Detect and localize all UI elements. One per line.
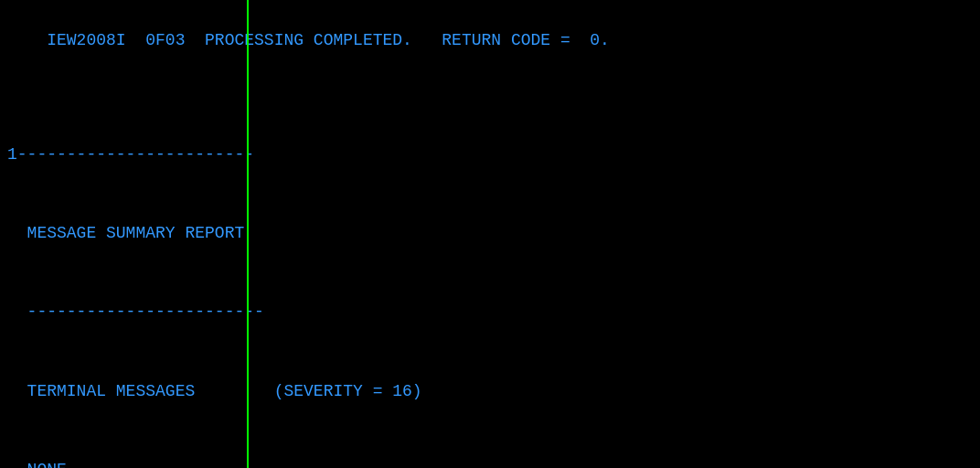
content-line-1: 1------------------------	[7, 142, 973, 168]
content-line-4: TERMINAL MESSAGES (SEVERITY = 16)	[7, 378, 973, 405]
content-area: 1------------------------ MESSAGE SUMMAR…	[0, 81, 980, 468]
content-line-2: MESSAGE SUMMARY REPORT	[7, 220, 973, 247]
terminal-window: IEW2008I 0F03 PROCESSING COMPLETED. RETU…	[0, 0, 980, 468]
vertical-divider	[247, 0, 249, 468]
header-text: IEW2008I 0F03 PROCESSING COMPLETED. RETU…	[47, 31, 610, 49]
header-line: IEW2008I 0F03 PROCESSING COMPLETED. RETU…	[0, 0, 980, 81]
content-line-5: NONE	[7, 457, 973, 468]
content-line-3: ------------------------	[7, 299, 973, 325]
